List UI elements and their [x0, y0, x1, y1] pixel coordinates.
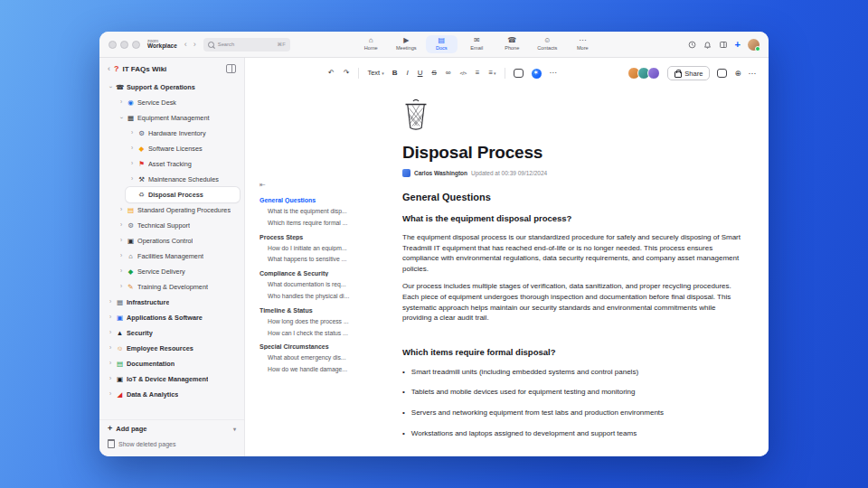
minimize-button[interactable] — [120, 41, 128, 49]
sidebar-item[interactable]: ▦ Equipment Management — [115, 110, 240, 126]
nav-tab[interactable]: ☺ Contacts — [532, 35, 563, 53]
toc-item[interactable]: Compliance & Security — [259, 270, 402, 277]
panel-toggle-icon[interactable] — [719, 41, 728, 49]
nav-tab[interactable]: ✉ Email — [461, 35, 493, 53]
notifications-bell-icon[interactable] — [703, 41, 712, 49]
chevron-icon[interactable] — [129, 145, 135, 152]
globe-icon[interactable]: ⊕ — [734, 70, 741, 78]
toc-item[interactable]: What about emergency dis... — [259, 355, 402, 361]
sidebar-item[interactable]: ▤ Standard Operating Procedures — [115, 202, 240, 218]
toolbar-button[interactable]: S — [431, 70, 437, 77]
nav-tab[interactable]: ⋯ More — [567, 35, 599, 53]
toc-item[interactable]: What documentation is req... — [259, 282, 402, 288]
toolbar-button[interactable]: ≡ ▾ — [488, 70, 495, 77]
chevron-icon[interactable] — [129, 130, 135, 136]
chevron-icon[interactable] — [129, 161, 135, 167]
sidebar-item[interactable]: ✎ Training & Development — [115, 279, 240, 295]
toolbar-button[interactable]: I — [406, 70, 409, 77]
sidebar-item[interactable]: ⚑ Asset Tracking — [126, 156, 240, 172]
chevron-icon[interactable] — [108, 391, 113, 398]
chevron-icon[interactable] — [129, 192, 135, 198]
sidebar-item[interactable]: ▣ Applications & Software — [104, 310, 240, 325]
toc-item[interactable]: How do I initiate an equipm... — [259, 246, 402, 252]
chevron-icon[interactable] — [108, 299, 113, 305]
chevron-icon[interactable] — [118, 253, 124, 259]
toc-item[interactable]: How do we handle damage... — [259, 367, 402, 373]
toc-item[interactable]: How can I check the status ... — [259, 331, 402, 337]
chevron-icon[interactable] — [108, 376, 113, 382]
show-deleted-pages-button[interactable]: Show deleted pages — [108, 439, 236, 448]
toolbar-button[interactable]: ∞ — [446, 70, 452, 77]
toolbar-button[interactable] — [358, 68, 359, 79]
toolbar-button[interactable] — [505, 68, 505, 79]
sidebar-item[interactable]: ◢ Data & Analytics — [104, 387, 240, 402]
toolbar-button[interactable]: </> — [460, 70, 467, 76]
chevron-icon[interactable] — [129, 176, 135, 183]
nav-tab[interactable]: ☎ Phone — [496, 35, 528, 53]
toolbar-button[interactable]: B — [392, 70, 399, 77]
sidebar-item[interactable]: ⚙ Technical Support — [115, 218, 240, 233]
nav-tab[interactable]: ▤ Docs — [426, 35, 458, 53]
toc-item[interactable]: General Questions — [259, 197, 402, 203]
chevron-icon[interactable] — [118, 207, 124, 213]
sidebar-item[interactable]: ☎ Support & Operations — [104, 80, 240, 95]
sidebar-item[interactable]: ⌂ Facilities Management — [115, 249, 240, 264]
close-button[interactable] — [108, 41, 117, 49]
chevron-icon[interactable] — [108, 330, 113, 336]
sidebar-item[interactable]: ♻ Disposal Process — [126, 187, 240, 202]
toc-item[interactable]: Special Circumstances — [259, 343, 402, 350]
chevron-icon[interactable] — [118, 284, 124, 290]
add-button[interactable]: + — [735, 40, 741, 50]
toolbar-button[interactable]: ↷ — [344, 70, 351, 77]
chevron-icon[interactable] — [108, 314, 113, 321]
toc-item[interactable]: How long does the process ... — [259, 319, 402, 325]
sidebar-item[interactable]: ▤ Documentation — [104, 356, 240, 371]
chevron-icon[interactable] — [108, 361, 113, 367]
toolbar-button[interactable] — [514, 69, 524, 78]
toc-item[interactable]: Process Steps — [259, 234, 402, 240]
back-icon[interactable]: ‹ — [184, 41, 187, 49]
more-icon[interactable]: ⋯ — [749, 70, 757, 78]
collaborator-avatar[interactable] — [647, 67, 660, 80]
toolbar-button[interactable]: ↶ — [328, 70, 335, 77]
zoom-window-button[interactable] — [132, 41, 140, 49]
search-input[interactable]: Search ⌘F — [203, 38, 290, 52]
comments-panel-icon[interactable] — [717, 69, 727, 78]
toc-item[interactable]: What happens to sensitive ... — [259, 257, 402, 263]
sidebar-item[interactable]: ▣ IoT & Device Management — [104, 371, 240, 387]
add-page-button[interactable]: + Add page ▾ — [108, 425, 236, 433]
user-avatar[interactable] — [748, 39, 760, 51]
chevron-icon[interactable] — [118, 115, 124, 121]
toolbar-button[interactable]: ≡ — [476, 70, 481, 77]
sidebar-back-icon[interactable]: ‹ — [108, 65, 110, 73]
forward-icon[interactable]: › — [193, 41, 196, 49]
chevron-icon[interactable] — [118, 99, 124, 106]
sidebar-collapse-icon[interactable] — [226, 64, 236, 73]
sidebar-item[interactable]: ▣ Operations Control — [115, 233, 240, 249]
sidebar-item[interactable]: ☺ Employee Resources — [104, 341, 240, 356]
chevron-icon[interactable] — [118, 268, 124, 275]
chevron-icon[interactable] — [118, 222, 124, 229]
nav-tab[interactable]: ▶ Meetings — [391, 35, 422, 53]
chevron-icon[interactable] — [118, 238, 124, 244]
toolbar-button[interactable]: Text ▾ — [367, 70, 383, 77]
toc-item[interactable]: What is the equipment disp... — [259, 209, 402, 215]
chevron-icon[interactable] — [108, 345, 113, 352]
document-canvas[interactable]: Disposal Process Carlos Washington Updat… — [402, 87, 769, 456]
history-clock-icon[interactable] — [688, 41, 696, 49]
toolbar-button[interactable]: ⋯ — [550, 70, 558, 77]
chevron-icon[interactable] — [108, 84, 113, 90]
share-button[interactable]: Share — [667, 66, 710, 80]
sidebar-item[interactable]: ▲ Security — [104, 325, 240, 341]
toolbar-button[interactable]: U — [418, 70, 424, 77]
nav-tab[interactable]: ⌂ Home — [355, 35, 387, 53]
toc-item[interactable]: Timeline & Status — [259, 307, 402, 314]
sidebar-item[interactable]: ⚙ Hardware Inventory — [126, 126, 240, 141]
toc-collapse-icon[interactable]: ⇤ — [259, 181, 402, 189]
toc-item[interactable]: Who handles the physical di... — [259, 294, 402, 300]
toc-item[interactable]: Which items require formal ... — [259, 221, 402, 227]
toolbar-button[interactable]: ✶ — [532, 69, 542, 79]
sidebar-item[interactable]: ▦ Infrastructure — [104, 295, 240, 310]
sidebar-item[interactable]: ◆ Software Licenses — [126, 141, 240, 156]
sidebar-item[interactable]: ◆ Service Delivery — [115, 264, 240, 279]
